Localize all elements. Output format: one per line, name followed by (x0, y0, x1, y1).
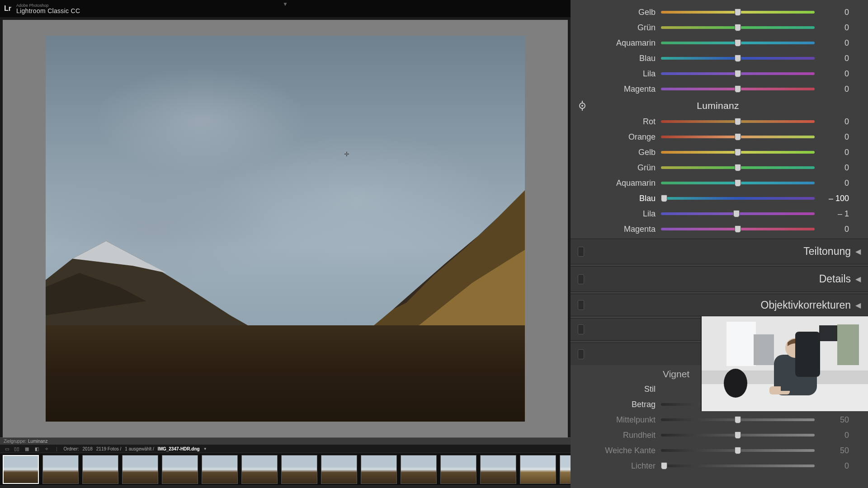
current-filename[interactable]: IMG_2347-HDR.dng (158, 446, 200, 451)
collapse-icon[interactable]: ◀ (855, 275, 861, 283)
target-adjust-cursor-icon: ✛ (344, 150, 349, 158)
slider-track[interactable] (661, 181, 815, 185)
compare-icon[interactable]: ◧ (33, 446, 40, 452)
filmstrip-thumb[interactable] (440, 455, 476, 484)
slider-handle[interactable] (735, 55, 741, 62)
slider-handle[interactable] (661, 462, 667, 469)
slider-value[interactable]: 0 (820, 132, 849, 142)
filmstrip-thumb[interactable] (281, 455, 317, 484)
filmstrip-thumb[interactable] (3, 455, 39, 484)
folder-value[interactable]: 2018 (83, 446, 93, 451)
svg-rect-5 (754, 334, 774, 365)
slider-value[interactable]: 0 (820, 8, 849, 17)
slider-handle[interactable] (661, 195, 667, 202)
slider-track[interactable] (661, 41, 815, 45)
slider-handle[interactable] (735, 133, 741, 141)
photo-preview[interactable]: ✛ (46, 36, 525, 422)
style-label: Stil (579, 385, 656, 394)
slider-value[interactable]: 0 (820, 117, 849, 127)
slider-track[interactable] (661, 135, 815, 139)
slider-track[interactable] (661, 119, 815, 124)
view-mode-1-icon[interactable]: ▭ (4, 446, 10, 452)
slider-track[interactable] (661, 227, 815, 231)
slider-handle[interactable] (735, 70, 741, 77)
panel-switch[interactable] (578, 324, 584, 334)
slider-track[interactable] (661, 196, 815, 201)
slider-handle[interactable] (735, 416, 741, 423)
filmstrip-thumb[interactable] (202, 455, 238, 484)
slider-value[interactable]: – 100 (820, 194, 849, 203)
collapse-icon[interactable]: ◀ (855, 247, 861, 256)
filmstrip-thumb[interactable] (122, 455, 158, 484)
slider-track[interactable] (661, 448, 815, 453)
slider-track[interactable] (661, 25, 815, 30)
slider-value[interactable]: 0 (820, 38, 849, 48)
lens-corrections-panel[interactable]: Objektivkorrekturen ◀ (571, 294, 868, 316)
filmstrip-thumb[interactable] (241, 455, 278, 484)
slider-handle[interactable] (735, 447, 741, 454)
slider-value[interactable]: 0 (820, 84, 849, 94)
slider-value[interactable]: – 1 (820, 209, 849, 219)
targeted-adjustment-icon[interactable] (576, 99, 589, 112)
filmstrip[interactable] (0, 453, 571, 485)
slider-value[interactable]: 0 (820, 163, 849, 173)
slider-value[interactable]: 0 (820, 148, 849, 157)
slider-track[interactable] (661, 56, 815, 61)
slider-handle[interactable] (735, 225, 741, 233)
slider-value[interactable]: 0 (820, 461, 849, 471)
filmstrip-thumb[interactable] (480, 455, 516, 484)
filmstrip-thumb[interactable] (162, 455, 198, 484)
slider-value[interactable]: 0 (820, 225, 849, 234)
details-panel[interactable]: Details ◀ (571, 266, 868, 292)
grid-icon[interactable]: ▦ (24, 446, 30, 452)
panel-switch[interactable] (578, 300, 584, 310)
panel-switch[interactable] (578, 247, 584, 257)
canvas[interactable]: ✛ (3, 20, 568, 437)
filmstrip-thumb[interactable] (42, 455, 79, 484)
filmstrip-thumb[interactable] (560, 455, 571, 484)
slider-handle[interactable] (735, 432, 741, 439)
slider-gelb: Gelb0 (579, 145, 860, 160)
panel-scroll[interactable]: Gelb0Grün0Aquamarin0Blau0Lila0Magenta0 L… (571, 0, 868, 237)
slider-track[interactable] (661, 165, 815, 170)
panel-switch[interactable] (578, 349, 584, 359)
view-mode-2-icon[interactable]: ▯▯ (14, 446, 20, 452)
panel-switch[interactable] (578, 274, 584, 284)
filmstrip-thumb[interactable] (361, 455, 397, 484)
slider-handle[interactable] (735, 164, 741, 171)
slider-value[interactable]: 50 (820, 446, 849, 455)
slider-value[interactable]: 0 (820, 431, 849, 440)
collapse-icon[interactable]: ◀ (855, 301, 861, 310)
slider-value[interactable]: 50 (820, 415, 849, 425)
filmstrip-thumb[interactable] (321, 455, 357, 484)
slider-track[interactable] (661, 418, 815, 422)
toolbar-expand-icon[interactable]: ▼ (283, 1, 288, 7)
filmstrip-thumb[interactable] (520, 455, 556, 484)
slider-handle[interactable] (733, 210, 740, 217)
filename-dropdown-icon[interactable]: ▼ (203, 447, 207, 451)
split-toning-panel[interactable]: Teiltonung ◀ (571, 239, 868, 264)
slider-track[interactable] (661, 150, 815, 155)
slider-magenta: Magenta0 (579, 81, 860, 97)
slider-value[interactable]: 0 (820, 54, 849, 63)
slider-track[interactable] (661, 211, 815, 216)
slider-track[interactable] (661, 433, 815, 437)
slider-handle[interactable] (735, 118, 741, 125)
slider-value[interactable]: 0 (820, 23, 849, 33)
slider-handle[interactable] (735, 179, 741, 187)
slider-value[interactable]: 0 (820, 178, 849, 188)
slider-handle[interactable] (735, 39, 741, 47)
slider-track[interactable] (661, 464, 815, 468)
slider-track[interactable] (661, 10, 815, 14)
filmstrip-scrollbar[interactable] (0, 485, 571, 488)
slider-track[interactable] (661, 87, 815, 91)
slider-handle[interactable] (735, 85, 741, 93)
slider-handle[interactable] (735, 24, 741, 31)
slider-track[interactable] (661, 71, 815, 76)
slider-handle[interactable] (735, 149, 741, 156)
survey-icon[interactable]: ✧ (43, 446, 50, 452)
slider-value[interactable]: 0 (820, 69, 849, 79)
slider-handle[interactable] (735, 9, 741, 16)
filmstrip-thumb[interactable] (401, 455, 437, 484)
filmstrip-thumb[interactable] (82, 455, 118, 484)
